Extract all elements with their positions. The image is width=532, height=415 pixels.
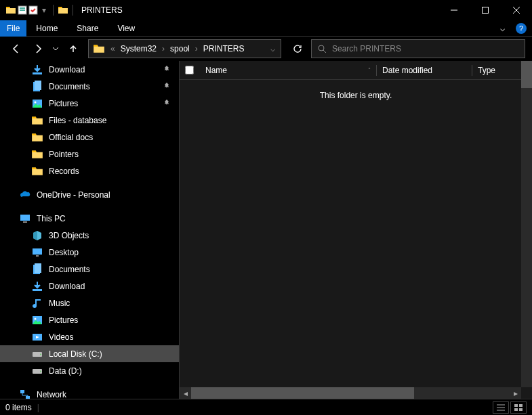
qat-dropdown-icon[interactable]: ▾ (39, 5, 49, 15)
download-icon (31, 280, 43, 292)
navigation-bar: « System32 › spool › PRINTERS ⌵ Search P… (0, 37, 532, 61)
vertical-scrollbar[interactable] (521, 61, 532, 387)
pictures-icon (31, 97, 43, 110)
chevron-right-icon[interactable]: › (194, 44, 199, 53)
documents-icon (31, 81, 43, 93)
svg-point-13 (35, 101, 37, 103)
svg-point-24 (40, 353, 41, 355)
svg-rect-28 (26, 396, 30, 399)
breadcrumb[interactable]: spool (166, 40, 194, 58)
ribbon: File Home Share View ⌵ ? (0, 20, 532, 37)
column-name[interactable]: Name˄ (200, 61, 376, 79)
sidebar-item-3d-objects[interactable]: 3D Objects (0, 227, 179, 244)
breadcrumb[interactable]: PRINTERS (199, 40, 249, 58)
maximize-button[interactable] (470, 0, 501, 20)
tab-home[interactable]: Home (26, 20, 67, 37)
music-icon (31, 297, 43, 309)
sidebar-item-label: Pointers (49, 150, 79, 159)
item-count: 0 items (5, 403, 32, 412)
forward-button[interactable] (28, 39, 47, 58)
sidebar-item-this-pc[interactable]: This PC (0, 210, 179, 227)
recent-dropdown-icon[interactable] (50, 39, 61, 58)
sidebar-item-label: Data (D:) (49, 366, 82, 376)
select-all-checkbox[interactable] (185, 66, 194, 74)
svg-point-21 (35, 318, 37, 320)
pin-icon (163, 66, 171, 74)
scrollbar-thumb[interactable] (191, 387, 414, 399)
sidebar-item-label: Download (49, 282, 85, 291)
address-dropdown-icon[interactable]: ⌵ (265, 44, 281, 53)
horizontal-scrollbar[interactable]: ◂ ▸ (180, 387, 521, 399)
svg-rect-15 (23, 221, 27, 223)
desktop-icon (31, 246, 43, 259)
tab-view[interactable]: View (108, 20, 144, 37)
sidebar-item-music[interactable]: Music (0, 294, 179, 311)
sidebar-item-download[interactable]: Download (0, 278, 179, 294)
sidebar-item-pointers[interactable]: Pointers (0, 146, 179, 162)
sidebar-item-documents[interactable]: Documents (0, 261, 179, 278)
empty-folder-message: This folder is empty. (180, 80, 532, 100)
scroll-right-icon[interactable]: ▸ (510, 387, 521, 399)
svg-rect-17 (36, 255, 39, 257)
sidebar-item-download[interactable]: Download (0, 61, 179, 78)
thumbnails-view-button[interactable] (510, 401, 527, 414)
minimize-button[interactable] (438, 0, 470, 20)
chevron-right-icon[interactable]: › (161, 44, 166, 53)
column-date[interactable]: Date modified (377, 61, 472, 79)
sidebar-item-pictures[interactable]: Pictures (0, 95, 179, 112)
search-input[interactable]: Search PRINTERS (311, 39, 525, 58)
window-title: PRINTERS (76, 5, 123, 15)
scroll-left-icon[interactable]: ◂ (180, 387, 191, 399)
folder-icon (31, 165, 43, 177)
address-bar[interactable]: « System32 › spool › PRINTERS ⌵ (88, 39, 281, 58)
sidebar-item-label: Records (49, 167, 79, 176)
sidebar-item-label: Download (49, 65, 85, 74)
sidebar-item-data-d-[interactable]: Data (D:) (0, 362, 179, 379)
thispc-icon (19, 213, 31, 225)
svg-rect-16 (33, 248, 42, 255)
sidebar-item-label: Pictures (49, 315, 78, 325)
search-placeholder: Search PRINTERS (332, 44, 401, 53)
pin-icon (163, 83, 171, 91)
ribbon-collapse-icon[interactable]: ⌵ (495, 24, 510, 33)
sidebar-item-label: This PC (37, 214, 66, 223)
breadcrumb[interactable]: System32 (117, 40, 161, 58)
qat-new-folder-icon[interactable] (28, 5, 38, 15)
close-button[interactable] (501, 0, 532, 20)
folder-icon (31, 148, 43, 160)
videos-icon (31, 331, 43, 343)
sidebar-item-documents[interactable]: Documents (0, 78, 179, 95)
sidebar-item-official-docs[interactable]: Official docs (0, 129, 179, 146)
help-button[interactable]: ? (516, 23, 527, 34)
sidebar-item-label: OneDrive - Personal (37, 190, 110, 200)
folder-icon (93, 43, 105, 55)
sidebar-item-desktop[interactable]: Desktop (0, 244, 179, 261)
sidebar-item-videos[interactable]: Videos (0, 328, 179, 345)
3d-icon (31, 230, 43, 242)
sidebar-item-pictures[interactable]: Pictures (0, 311, 179, 328)
scrollbar-thumb[interactable] (521, 61, 532, 88)
sidebar-item-label: 3D Objects (49, 231, 89, 240)
sidebar-item-records[interactable]: Records (0, 162, 179, 179)
tab-share[interactable]: Share (67, 20, 108, 37)
back-button[interactable] (7, 39, 26, 58)
sidebar-item-files-database[interactable]: Files - database (0, 112, 179, 129)
sidebar-item-onedrive-personal[interactable]: OneDrive - Personal (0, 186, 179, 203)
sidebar-item-label: Desktop (49, 248, 79, 257)
crumb-overflow-icon[interactable]: « (109, 44, 117, 53)
refresh-button[interactable] (287, 39, 308, 58)
navigation-pane[interactable]: DownloadDocumentsPicturesFiles - databas… (0, 61, 180, 399)
status-bar: 0 items | (0, 399, 532, 415)
content-pane: Name˄ Date modified Type This folder is … (180, 61, 532, 399)
up-button[interactable] (64, 39, 83, 58)
sidebar-item-label: Documents (49, 265, 90, 274)
qat-properties-icon[interactable] (18, 5, 27, 15)
sidebar-item-network[interactable]: Network (0, 386, 179, 399)
tab-file[interactable]: File (0, 20, 26, 37)
pin-icon (163, 100, 171, 108)
sidebar-item-label: Network (37, 390, 66, 399)
sidebar-item-local-disk-c-[interactable]: Local Disk (C:) (0, 345, 179, 362)
details-view-button[interactable] (493, 401, 509, 414)
disk-icon (31, 365, 43, 377)
sort-arrow-icon: ˄ (368, 67, 371, 73)
